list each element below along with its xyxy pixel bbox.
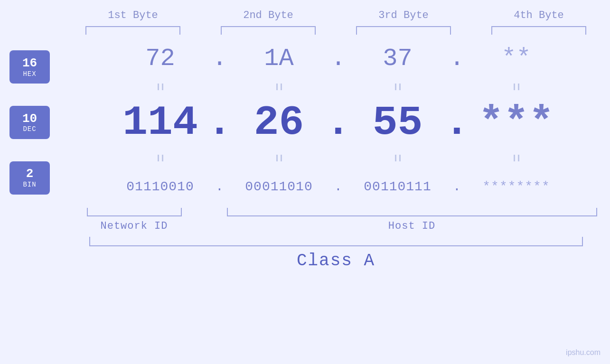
base-labels: 16 HEX 10 DEC 2 BIN xyxy=(0,39,66,205)
dec-number: 10 xyxy=(22,112,37,126)
class-bracket xyxy=(89,237,583,246)
dec-b3: 55 xyxy=(350,99,445,146)
hex-b4: ** xyxy=(469,45,564,73)
dec-dot1: . xyxy=(208,99,232,146)
dec-dot2: . xyxy=(327,99,350,146)
byte2-header: 2nd Byte xyxy=(216,9,320,21)
hex-b2: 1A xyxy=(232,45,327,73)
eq5 xyxy=(113,155,208,161)
class-section: Class A xyxy=(70,237,602,271)
class-a-label: Class A xyxy=(297,251,375,271)
hex-b3: 37 xyxy=(350,45,445,73)
eq8 xyxy=(469,155,564,161)
hex-badge: 16 HEX xyxy=(9,50,50,84)
network-id-label: Network ID xyxy=(100,220,168,232)
watermark: ipshu.com xyxy=(566,348,601,357)
spacer-between xyxy=(198,208,222,232)
content-area: 16 HEX 10 DEC 2 BIN 72 . xyxy=(0,39,610,205)
eq3 xyxy=(350,84,445,90)
bracket-top-1 xyxy=(85,26,180,35)
bracket-top-4 xyxy=(491,26,586,35)
byte1-header: 1st Byte xyxy=(81,9,185,21)
dec-dot3: . xyxy=(445,99,469,146)
bracket-top-3 xyxy=(356,26,451,35)
hex-number: 16 xyxy=(22,56,37,70)
host-id-section: Host ID xyxy=(222,208,602,232)
bottom-section: Network ID Host ID xyxy=(70,208,602,232)
equals-dec-bin xyxy=(66,149,610,168)
bin-row: 01110010 . 00011010 . 00110111 . xyxy=(66,168,610,205)
bracket-top-2 xyxy=(221,26,316,35)
bracket-bottom-network xyxy=(87,208,182,216)
byte3-header: 3rd Byte xyxy=(351,9,456,21)
dec-row: 114 . 26 . 55 . *** xyxy=(66,96,610,149)
bracket-bottom-host xyxy=(227,208,597,216)
hex-name: HEX xyxy=(23,70,36,78)
hex-dot1: . xyxy=(208,45,232,73)
bin-b4: ******** xyxy=(469,179,564,194)
dec-name: DEC xyxy=(23,125,36,133)
bin-b2: 00011010 xyxy=(232,179,327,194)
dec-b4: *** xyxy=(469,99,564,146)
hex-row: 72 . 1A . 37 . ** xyxy=(66,39,610,77)
bin-b3: 00110111 xyxy=(350,179,445,194)
bin-dot2: . xyxy=(327,179,350,194)
byte4-header: 4th Byte xyxy=(487,9,591,21)
eq7 xyxy=(350,155,445,161)
bin-dot3: . xyxy=(445,179,469,194)
bin-badge: 2 BIN xyxy=(9,161,50,195)
bin-b1: 01110010 xyxy=(113,179,208,194)
hex-dot2: . xyxy=(327,45,350,73)
dec-b1: 114 xyxy=(113,99,208,146)
hex-b1: 72 xyxy=(113,45,208,73)
main-container: 1st Byte 2nd Byte 3rd Byte 4th Byte 16 H… xyxy=(0,0,610,364)
hex-dot3: . xyxy=(445,45,469,73)
values-grid: 72 . 1A . 37 . ** xyxy=(66,39,610,205)
bin-number: 2 xyxy=(26,167,34,181)
dec-badge: 10 DEC xyxy=(9,106,50,139)
host-id-label: Host ID xyxy=(388,220,435,232)
bin-dot1: . xyxy=(208,179,232,194)
eq6 xyxy=(232,155,327,161)
bracket-labels-row: Network ID Host ID xyxy=(70,208,602,232)
equals-hex-dec xyxy=(66,77,610,96)
eq1 xyxy=(113,84,208,90)
eq4 xyxy=(469,84,564,90)
dec-b2: 26 xyxy=(232,99,327,146)
byte-headers: 1st Byte 2nd Byte 3rd Byte 4th Byte xyxy=(66,9,607,21)
eq2 xyxy=(232,84,327,90)
network-id-section: Network ID xyxy=(70,208,198,232)
bin-name: BIN xyxy=(23,181,36,188)
top-brackets xyxy=(66,26,607,35)
